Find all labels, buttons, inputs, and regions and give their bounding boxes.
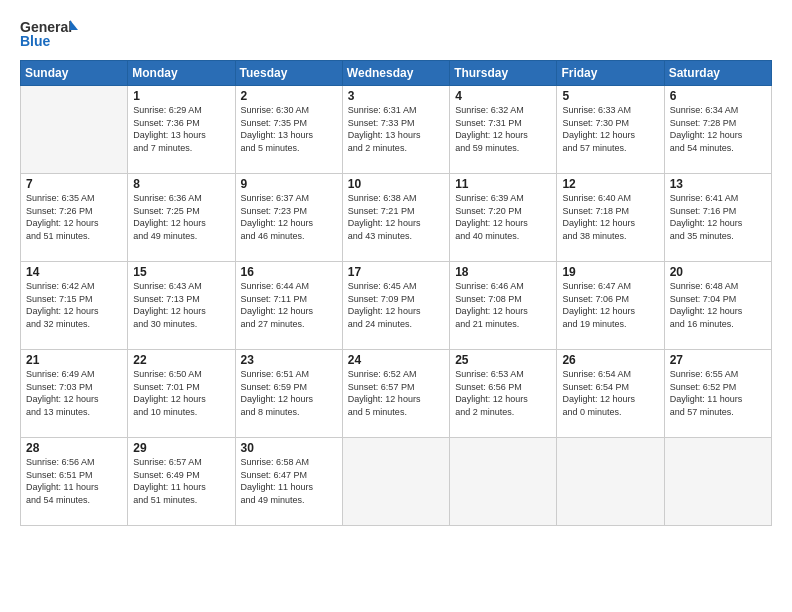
calendar-cell: 20Sunrise: 6:48 AM Sunset: 7:04 PM Dayli… xyxy=(664,262,771,350)
day-number: 26 xyxy=(562,353,658,367)
calendar-cell xyxy=(21,86,128,174)
col-header-saturday: Saturday xyxy=(664,61,771,86)
day-info: Sunrise: 6:49 AM Sunset: 7:03 PM Dayligh… xyxy=(26,368,122,418)
day-number: 9 xyxy=(241,177,337,191)
day-info: Sunrise: 6:41 AM Sunset: 7:16 PM Dayligh… xyxy=(670,192,766,242)
calendar-cell: 16Sunrise: 6:44 AM Sunset: 7:11 PM Dayli… xyxy=(235,262,342,350)
day-number: 21 xyxy=(26,353,122,367)
day-number: 30 xyxy=(241,441,337,455)
calendar-cell: 1Sunrise: 6:29 AM Sunset: 7:36 PM Daylig… xyxy=(128,86,235,174)
day-info: Sunrise: 6:42 AM Sunset: 7:15 PM Dayligh… xyxy=(26,280,122,330)
day-number: 8 xyxy=(133,177,229,191)
day-number: 23 xyxy=(241,353,337,367)
day-info: Sunrise: 6:35 AM Sunset: 7:26 PM Dayligh… xyxy=(26,192,122,242)
calendar-cell: 22Sunrise: 6:50 AM Sunset: 7:01 PM Dayli… xyxy=(128,350,235,438)
logo-svg: GeneralBlue xyxy=(20,18,80,50)
day-number: 12 xyxy=(562,177,658,191)
day-number: 7 xyxy=(26,177,122,191)
day-info: Sunrise: 6:47 AM Sunset: 7:06 PM Dayligh… xyxy=(562,280,658,330)
header: GeneralBlue xyxy=(20,18,772,50)
calendar: SundayMondayTuesdayWednesdayThursdayFrid… xyxy=(20,60,772,526)
day-number: 1 xyxy=(133,89,229,103)
col-header-monday: Monday xyxy=(128,61,235,86)
calendar-cell: 13Sunrise: 6:41 AM Sunset: 7:16 PM Dayli… xyxy=(664,174,771,262)
day-number: 4 xyxy=(455,89,551,103)
calendar-cell: 15Sunrise: 6:43 AM Sunset: 7:13 PM Dayli… xyxy=(128,262,235,350)
day-number: 14 xyxy=(26,265,122,279)
day-number: 5 xyxy=(562,89,658,103)
calendar-cell xyxy=(342,438,449,526)
day-info: Sunrise: 6:34 AM Sunset: 7:28 PM Dayligh… xyxy=(670,104,766,154)
day-info: Sunrise: 6:52 AM Sunset: 6:57 PM Dayligh… xyxy=(348,368,444,418)
calendar-cell: 17Sunrise: 6:45 AM Sunset: 7:09 PM Dayli… xyxy=(342,262,449,350)
day-info: Sunrise: 6:51 AM Sunset: 6:59 PM Dayligh… xyxy=(241,368,337,418)
calendar-cell: 6Sunrise: 6:34 AM Sunset: 7:28 PM Daylig… xyxy=(664,86,771,174)
day-info: Sunrise: 6:54 AM Sunset: 6:54 PM Dayligh… xyxy=(562,368,658,418)
page: GeneralBlue SundayMondayTuesdayWednesday… xyxy=(0,0,792,612)
day-number: 25 xyxy=(455,353,551,367)
day-info: Sunrise: 6:45 AM Sunset: 7:09 PM Dayligh… xyxy=(348,280,444,330)
day-number: 15 xyxy=(133,265,229,279)
day-number: 24 xyxy=(348,353,444,367)
col-header-wednesday: Wednesday xyxy=(342,61,449,86)
col-header-sunday: Sunday xyxy=(21,61,128,86)
day-info: Sunrise: 6:58 AM Sunset: 6:47 PM Dayligh… xyxy=(241,456,337,506)
day-info: Sunrise: 6:36 AM Sunset: 7:25 PM Dayligh… xyxy=(133,192,229,242)
day-info: Sunrise: 6:32 AM Sunset: 7:31 PM Dayligh… xyxy=(455,104,551,154)
day-number: 19 xyxy=(562,265,658,279)
day-info: Sunrise: 6:40 AM Sunset: 7:18 PM Dayligh… xyxy=(562,192,658,242)
day-number: 20 xyxy=(670,265,766,279)
day-info: Sunrise: 6:37 AM Sunset: 7:23 PM Dayligh… xyxy=(241,192,337,242)
calendar-cell: 30Sunrise: 6:58 AM Sunset: 6:47 PM Dayli… xyxy=(235,438,342,526)
day-info: Sunrise: 6:57 AM Sunset: 6:49 PM Dayligh… xyxy=(133,456,229,506)
day-info: Sunrise: 6:38 AM Sunset: 7:21 PM Dayligh… xyxy=(348,192,444,242)
calendar-cell: 23Sunrise: 6:51 AM Sunset: 6:59 PM Dayli… xyxy=(235,350,342,438)
day-number: 6 xyxy=(670,89,766,103)
day-number: 17 xyxy=(348,265,444,279)
calendar-header-row: SundayMondayTuesdayWednesdayThursdayFrid… xyxy=(21,61,772,86)
calendar-cell xyxy=(557,438,664,526)
calendar-cell: 9Sunrise: 6:37 AM Sunset: 7:23 PM Daylig… xyxy=(235,174,342,262)
day-number: 29 xyxy=(133,441,229,455)
calendar-cell: 10Sunrise: 6:38 AM Sunset: 7:21 PM Dayli… xyxy=(342,174,449,262)
calendar-cell: 24Sunrise: 6:52 AM Sunset: 6:57 PM Dayli… xyxy=(342,350,449,438)
day-info: Sunrise: 6:39 AM Sunset: 7:20 PM Dayligh… xyxy=(455,192,551,242)
day-info: Sunrise: 6:31 AM Sunset: 7:33 PM Dayligh… xyxy=(348,104,444,154)
week-row-1: 1Sunrise: 6:29 AM Sunset: 7:36 PM Daylig… xyxy=(21,86,772,174)
week-row-4: 21Sunrise: 6:49 AM Sunset: 7:03 PM Dayli… xyxy=(21,350,772,438)
day-number: 22 xyxy=(133,353,229,367)
day-info: Sunrise: 6:44 AM Sunset: 7:11 PM Dayligh… xyxy=(241,280,337,330)
day-info: Sunrise: 6:50 AM Sunset: 7:01 PM Dayligh… xyxy=(133,368,229,418)
calendar-cell: 29Sunrise: 6:57 AM Sunset: 6:49 PM Dayli… xyxy=(128,438,235,526)
day-number: 11 xyxy=(455,177,551,191)
calendar-cell: 19Sunrise: 6:47 AM Sunset: 7:06 PM Dayli… xyxy=(557,262,664,350)
col-header-thursday: Thursday xyxy=(450,61,557,86)
calendar-cell: 28Sunrise: 6:56 AM Sunset: 6:51 PM Dayli… xyxy=(21,438,128,526)
svg-text:Blue: Blue xyxy=(20,33,51,49)
calendar-cell: 26Sunrise: 6:54 AM Sunset: 6:54 PM Dayli… xyxy=(557,350,664,438)
week-row-2: 7Sunrise: 6:35 AM Sunset: 7:26 PM Daylig… xyxy=(21,174,772,262)
col-header-tuesday: Tuesday xyxy=(235,61,342,86)
day-number: 2 xyxy=(241,89,337,103)
calendar-cell: 3Sunrise: 6:31 AM Sunset: 7:33 PM Daylig… xyxy=(342,86,449,174)
day-info: Sunrise: 6:43 AM Sunset: 7:13 PM Dayligh… xyxy=(133,280,229,330)
svg-marker-2 xyxy=(70,20,78,30)
calendar-cell: 27Sunrise: 6:55 AM Sunset: 6:52 PM Dayli… xyxy=(664,350,771,438)
calendar-cell: 11Sunrise: 6:39 AM Sunset: 7:20 PM Dayli… xyxy=(450,174,557,262)
day-info: Sunrise: 6:33 AM Sunset: 7:30 PM Dayligh… xyxy=(562,104,658,154)
calendar-cell: 8Sunrise: 6:36 AM Sunset: 7:25 PM Daylig… xyxy=(128,174,235,262)
day-info: Sunrise: 6:48 AM Sunset: 7:04 PM Dayligh… xyxy=(670,280,766,330)
calendar-cell xyxy=(450,438,557,526)
day-number: 10 xyxy=(348,177,444,191)
calendar-cell: 18Sunrise: 6:46 AM Sunset: 7:08 PM Dayli… xyxy=(450,262,557,350)
calendar-cell: 21Sunrise: 6:49 AM Sunset: 7:03 PM Dayli… xyxy=(21,350,128,438)
calendar-cell: 4Sunrise: 6:32 AM Sunset: 7:31 PM Daylig… xyxy=(450,86,557,174)
day-info: Sunrise: 6:29 AM Sunset: 7:36 PM Dayligh… xyxy=(133,104,229,154)
day-number: 16 xyxy=(241,265,337,279)
day-number: 27 xyxy=(670,353,766,367)
calendar-cell: 14Sunrise: 6:42 AM Sunset: 7:15 PM Dayli… xyxy=(21,262,128,350)
calendar-cell: 7Sunrise: 6:35 AM Sunset: 7:26 PM Daylig… xyxy=(21,174,128,262)
week-row-5: 28Sunrise: 6:56 AM Sunset: 6:51 PM Dayli… xyxy=(21,438,772,526)
day-info: Sunrise: 6:30 AM Sunset: 7:35 PM Dayligh… xyxy=(241,104,337,154)
day-number: 3 xyxy=(348,89,444,103)
